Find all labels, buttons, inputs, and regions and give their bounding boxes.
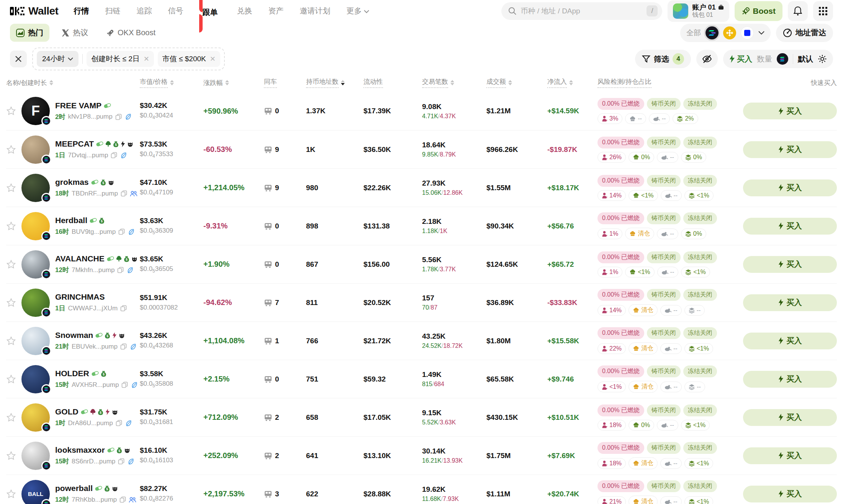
favorite-star-icon[interactable] bbox=[6, 374, 16, 384]
gear-icon[interactable] bbox=[818, 54, 827, 64]
favorite-star-icon[interactable] bbox=[6, 298, 16, 308]
favorite-star-icon[interactable] bbox=[6, 451, 16, 461]
copy-icon[interactable] bbox=[120, 343, 127, 350]
copy-icon[interactable] bbox=[118, 458, 124, 465]
copy-icon[interactable] bbox=[117, 267, 124, 273]
token-avatar[interactable]: BALL bbox=[21, 480, 50, 504]
feather-link-icon[interactable] bbox=[126, 267, 133, 274]
boost-button[interactable]: Boost bbox=[735, 1, 783, 21]
col-tx-count[interactable]: 交易笔数 bbox=[422, 77, 486, 88]
quick-buy-button[interactable]: 买入 bbox=[743, 486, 837, 502]
table-row[interactable]: MEEPCAT$ 1日 7Dvtqj...pump $73.53K $0.047… bbox=[6, 130, 837, 168]
filter-button[interactable]: 筛选 4 bbox=[635, 50, 691, 68]
copy-icon[interactable] bbox=[111, 152, 117, 158]
search-input[interactable]: 币种 / 地址 / DApp / bbox=[501, 2, 662, 20]
favorite-star-icon[interactable] bbox=[6, 259, 16, 269]
notifications-button[interactable] bbox=[788, 1, 808, 21]
hide-toggle-button[interactable] bbox=[696, 50, 718, 68]
token-avatar[interactable] bbox=[21, 250, 50, 279]
copy-icon[interactable] bbox=[118, 228, 125, 235]
quick-buy-button[interactable]: 买入 bbox=[743, 103, 837, 119]
bnb-chain-icon[interactable] bbox=[723, 26, 736, 39]
token-address[interactable]: 7RhKbb...pump bbox=[72, 496, 117, 504]
filter-chip-market-cap[interactable]: 市值 ≤ $200K ✕ bbox=[158, 51, 220, 67]
base-chain-icon[interactable] bbox=[741, 26, 754, 39]
table-row[interactable]: grokmas$ 18时 TBDnRF...pump $47.10K $0.04… bbox=[6, 168, 837, 207]
copy-icon[interactable] bbox=[121, 190, 127, 197]
token-avatar[interactable] bbox=[21, 212, 50, 240]
copy-icon[interactable] bbox=[120, 305, 127, 312]
tab-trending-discussion[interactable]: 热议 bbox=[56, 24, 94, 42]
account-chip[interactable]: 账户 01 钱包 01 bbox=[668, 0, 729, 22]
favorite-star-icon[interactable] bbox=[6, 183, 16, 193]
nav-item-more[interactable]: 更多 bbox=[346, 6, 369, 16]
table-row[interactable]: AVALANCHE$ 12时 7Mkhfn...pump $3.65K $0.0… bbox=[6, 245, 837, 283]
apps-grid-button[interactable] bbox=[813, 1, 833, 21]
favorite-star-icon[interactable] bbox=[6, 106, 16, 116]
feather-link-icon[interactable] bbox=[124, 113, 131, 120]
favorite-star-icon[interactable] bbox=[6, 413, 16, 422]
col-net-inflow[interactable]: 净流入 bbox=[547, 77, 597, 88]
col-change[interactable]: 涨跌幅 bbox=[203, 78, 264, 87]
table-row[interactable]: F FREE VAMP 2时 kNv1P8...pump $30.42K $0.… bbox=[6, 92, 837, 130]
quick-buy-button[interactable]: 买入 bbox=[743, 371, 837, 388]
token-address[interactable]: 8S6nrD...pump bbox=[72, 458, 115, 465]
nav-item-scan-chain[interactable]: 扫链 bbox=[105, 6, 120, 16]
nav-item-track[interactable]: 追踪 bbox=[136, 6, 152, 16]
time-range-dropdown[interactable]: 24小时 bbox=[37, 51, 79, 67]
quick-buy-button[interactable]: 买入 bbox=[743, 409, 837, 426]
remove-chip-icon[interactable]: ✕ bbox=[144, 55, 149, 63]
feather-link-icon[interactable] bbox=[125, 420, 132, 427]
table-row[interactable]: BALL powerball$ 12时 7RhKbb...pump $82.27… bbox=[6, 475, 837, 504]
token-address[interactable]: 7Dvtqj...pump bbox=[68, 152, 108, 159]
feather-link-icon[interactable] bbox=[120, 152, 127, 159]
col-holders[interactable]: 持币地址数 bbox=[306, 77, 363, 88]
chain-selector[interactable]: 全部 bbox=[680, 24, 771, 42]
address-radar-button[interactable]: 地址雷达 bbox=[776, 24, 833, 42]
tab-okx-boost[interactable]: OKX Boost bbox=[100, 24, 162, 41]
copy-icon[interactable] bbox=[119, 496, 126, 503]
token-avatar[interactable] bbox=[21, 327, 50, 355]
quick-buy-button[interactable]: 买入 bbox=[743, 218, 837, 235]
feather-link-icon[interactable] bbox=[127, 458, 134, 465]
quick-buy-button[interactable]: 买入 bbox=[743, 141, 837, 158]
table-row[interactable]: GRINCHMAS 1日 CWWAFJ...jXUm $51.91K $0.00… bbox=[6, 283, 837, 321]
token-address[interactable]: EBUVek...pump bbox=[72, 343, 118, 351]
solana-chain-icon[interactable] bbox=[706, 26, 719, 39]
col-liquidity[interactable]: 流动性 bbox=[363, 77, 422, 88]
nav-item-assets[interactable]: 资产 bbox=[268, 6, 283, 16]
favorite-star-icon[interactable] bbox=[6, 221, 16, 231]
remove-chip-icon[interactable]: ✕ bbox=[210, 55, 216, 63]
solana-unit-icon[interactable] bbox=[777, 53, 788, 65]
token-avatar[interactable] bbox=[21, 174, 50, 202]
people-link-icon[interactable] bbox=[130, 191, 137, 197]
chain-chevron-down-icon[interactable] bbox=[758, 31, 764, 35]
default-preset-label[interactable]: 默认 bbox=[798, 54, 813, 64]
quick-buy-button[interactable]: 买入 bbox=[743, 447, 837, 464]
table-row[interactable]: Snowman$ 21时 EBUVek...pump $43.26K $0.04… bbox=[6, 321, 837, 360]
quantity-label[interactable]: 数量 bbox=[757, 54, 772, 64]
token-address[interactable]: CWWAFJ...jXUm bbox=[68, 305, 118, 312]
token-avatar[interactable] bbox=[21, 403, 50, 432]
filter-chip-creation-age[interactable]: 创建时长 ≤ 2日 ✕ bbox=[87, 51, 154, 67]
quick-buy-button[interactable]: 买入 bbox=[743, 256, 837, 273]
clear-filters-button[interactable] bbox=[10, 51, 27, 67]
col-same-bus[interactable]: 同车 bbox=[264, 77, 306, 88]
token-address[interactable]: BUV9tg...pump bbox=[72, 228, 116, 236]
col-name-age[interactable]: 名称/创建时长 bbox=[6, 78, 140, 87]
table-row[interactable]: GOLD$ 1时 DrA86U...pump $31.75K $0.043168… bbox=[6, 398, 837, 436]
quick-buy-button[interactable]: 买入 bbox=[743, 294, 837, 311]
col-volume[interactable]: 成交额 bbox=[486, 77, 547, 88]
token-avatar[interactable]: F bbox=[21, 97, 50, 125]
feather-link-icon[interactable] bbox=[129, 343, 136, 350]
token-avatar[interactable] bbox=[21, 442, 50, 470]
col-mcap-price[interactable]: 市值/价格 bbox=[140, 77, 203, 88]
copy-icon[interactable] bbox=[116, 420, 122, 426]
quick-buy-button[interactable]: 买入 bbox=[743, 333, 837, 349]
token-avatar[interactable] bbox=[21, 289, 50, 317]
okx-wallet-logo[interactable]: Wallet bbox=[10, 5, 58, 17]
favorite-star-icon[interactable] bbox=[6, 489, 16, 499]
favorite-star-icon[interactable] bbox=[6, 336, 16, 346]
quick-buy-button[interactable]: 买入 bbox=[743, 179, 837, 196]
feather-link-icon[interactable] bbox=[128, 228, 134, 235]
